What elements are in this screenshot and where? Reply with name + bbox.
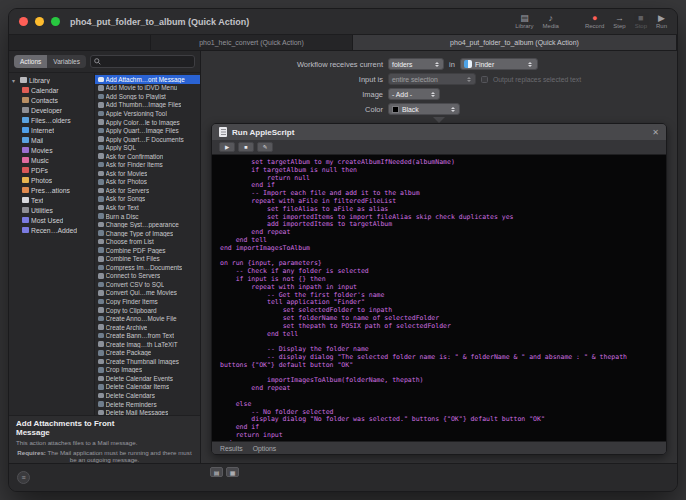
action-row[interactable]: Apply Quart…Image Files xyxy=(95,126,200,135)
action-row[interactable]: Crop Images xyxy=(95,366,200,375)
view-toggles: ▤ ▦ xyxy=(210,467,239,477)
action-row[interactable]: Ask for Movies xyxy=(95,169,200,178)
tab-label: pho1_heic_convert (Quick Action) xyxy=(199,39,304,46)
action-row[interactable]: Delete Calendars xyxy=(95,391,200,400)
tab-variables[interactable]: Variables xyxy=(47,55,86,68)
action-row[interactable]: Burn a Disc xyxy=(95,212,200,221)
tree-item[interactable]: Most Used xyxy=(9,215,94,225)
options-tab[interactable]: Options xyxy=(253,445,276,452)
action-label: Burn a Disc xyxy=(106,213,139,220)
tree-item[interactable]: PDFs xyxy=(9,165,94,175)
applescript-code[interactable]: set targetAlbum to my createAlbumIfNeede… xyxy=(220,159,658,441)
tree-item[interactable]: Photos xyxy=(9,175,94,185)
tree-item[interactable]: Developer xyxy=(9,105,94,115)
grid-view-button[interactable]: ▦ xyxy=(226,467,239,477)
action-row[interactable]: Convert CSV to SQL xyxy=(95,280,200,289)
action-row[interactable]: Apply SQL xyxy=(95,143,200,152)
close-window-button[interactable] xyxy=(19,17,28,26)
action-row[interactable]: Create Archive xyxy=(95,323,200,332)
run-button[interactable]: ▶ Run xyxy=(656,13,667,30)
tree-item-label: Internet xyxy=(31,127,54,134)
action-row[interactable]: Delete Calendar Items xyxy=(95,383,200,392)
action-row[interactable]: Add Movie to iDVD Menu xyxy=(95,84,200,93)
action-row[interactable]: Create Bann…from Text xyxy=(95,331,200,340)
action-row[interactable]: Create Anno…Movie File xyxy=(95,314,200,323)
record-button[interactable]: ● Record xyxy=(585,13,604,30)
minimize-window-button[interactable] xyxy=(35,17,44,26)
tab-pho1-heic-convert[interactable]: pho1_heic_convert (Quick Action) xyxy=(151,35,353,50)
action-row[interactable]: Create Thumbnail Images xyxy=(95,357,200,366)
script-editor[interactable]: set targetAlbum to my createAlbumIfNeede… xyxy=(212,155,666,441)
action-row[interactable]: Choose from List xyxy=(95,237,200,246)
show-library-button[interactable]: ≡ xyxy=(17,471,30,484)
action-row[interactable]: Compress Im…Documents xyxy=(95,263,200,272)
image-popup[interactable]: - Add - xyxy=(388,88,440,100)
action-row[interactable]: Add Thumbn…Image Files xyxy=(95,101,200,110)
tree-item[interactable]: Movies xyxy=(9,145,94,155)
media-button[interactable]: ♪ Media xyxy=(543,13,559,30)
action-row[interactable]: Apply Color…le to Images xyxy=(95,118,200,127)
application-popup[interactable]: Finder xyxy=(460,58,538,70)
action-footer: Results Options xyxy=(212,441,666,454)
tree-item[interactable]: Recen…Added xyxy=(9,225,94,235)
action-row[interactable]: Ask for Confirmation xyxy=(95,152,200,161)
action-icon xyxy=(98,401,104,407)
action-row[interactable]: Ask for Photos xyxy=(95,178,200,187)
folder-icon xyxy=(22,177,29,183)
action-row[interactable]: Delete Calendar Events xyxy=(95,374,200,383)
action-row[interactable]: Add Attachm…ont Message xyxy=(95,75,200,84)
folder-icon xyxy=(22,217,29,223)
tree-item[interactable]: Utilities xyxy=(9,205,94,215)
tree-item[interactable]: Text xyxy=(9,195,94,205)
action-row[interactable]: Ask for Servers xyxy=(95,186,200,195)
library-button[interactable]: ▤ Library xyxy=(515,13,533,30)
action-row[interactable]: Create Imag…th LaTeXiT xyxy=(95,340,200,349)
disclosure-triangle-icon[interactable]: ▾ xyxy=(12,77,18,84)
action-row[interactable]: Ask for Songs xyxy=(95,195,200,204)
tree-item[interactable]: Files…olders xyxy=(9,115,94,125)
action-row[interactable]: Combine Text Files xyxy=(95,254,200,263)
action-row[interactable]: Ask for Finder Items xyxy=(95,160,200,169)
input-popup[interactable]: entire selection xyxy=(388,73,476,85)
tree-item[interactable]: Contacts xyxy=(9,95,94,105)
action-row[interactable]: Change Type of Images xyxy=(95,229,200,238)
color-popup[interactable]: Black xyxy=(388,103,460,115)
action-row[interactable]: Delete Mail Messages xyxy=(95,408,200,415)
action-row[interactable]: Delete Reminders xyxy=(95,400,200,409)
stop-script-button[interactable]: ■ xyxy=(238,142,254,152)
search-input[interactable] xyxy=(103,58,191,65)
action-icon xyxy=(98,128,104,134)
action-row[interactable]: Ask for Text xyxy=(95,203,200,212)
list-view-button[interactable]: ▤ xyxy=(210,467,223,477)
output-replaces-checkbox[interactable] xyxy=(481,76,488,83)
stop-button[interactable]: ■ Stop xyxy=(635,13,647,30)
action-label: Ask for Songs xyxy=(106,195,146,202)
action-row[interactable]: Apply Quart…F Documents xyxy=(95,135,200,144)
tree-item[interactable]: Music xyxy=(9,155,94,165)
action-row[interactable]: Change Syst…ppearance xyxy=(95,220,200,229)
action-row[interactable]: Connect to Servers xyxy=(95,272,200,281)
zoom-window-button[interactable] xyxy=(51,17,60,26)
tree-item-library[interactable]: ▾ Library xyxy=(9,75,94,85)
compile-script-button[interactable]: ✎ xyxy=(257,142,273,152)
tab-actions[interactable]: Actions xyxy=(14,55,47,68)
action-row[interactable]: Apple Versioning Tool xyxy=(95,109,200,118)
results-tab[interactable]: Results xyxy=(220,445,243,452)
tree-item[interactable]: Internet xyxy=(9,125,94,135)
action-row[interactable]: Create Package xyxy=(95,349,200,358)
action-row[interactable]: Convert Qui…me Movies xyxy=(95,289,200,298)
action-row[interactable]: Combine PDF Pages xyxy=(95,246,200,255)
tree-item[interactable]: Pres…ations xyxy=(9,185,94,195)
tab-pho4-put-folder-to-album[interactable]: pho4_put_folder_to_album (Quick Action) xyxy=(353,35,677,50)
action-header[interactable]: Run AppleScript ✕ xyxy=(212,124,666,140)
action-row[interactable]: Copy Finder Items xyxy=(95,297,200,306)
step-button[interactable]: → Step xyxy=(613,13,625,30)
run-script-button[interactable]: ▶ xyxy=(219,142,235,152)
tree-item[interactable]: Mail xyxy=(9,135,94,145)
close-action-icon[interactable]: ✕ xyxy=(652,128,659,137)
action-row[interactable]: Add Songs to Playlist xyxy=(95,92,200,101)
search-field[interactable] xyxy=(90,55,195,68)
action-row[interactable]: Copy to Clipboard xyxy=(95,306,200,315)
receives-popup[interactable]: folders xyxy=(388,58,444,70)
tree-item[interactable]: Calendar xyxy=(9,85,94,95)
